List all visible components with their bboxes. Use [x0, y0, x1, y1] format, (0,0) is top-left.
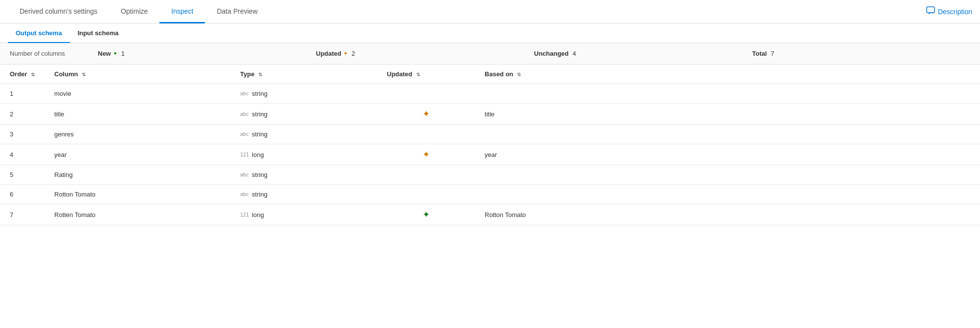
tab-inspect[interactable]: Inspect [159, 0, 205, 23]
order-sort-icon: ⇅ [31, 72, 35, 77]
table-row: 3genresabcstring [0, 125, 980, 144]
type-badge-icon: 121 [240, 212, 249, 218]
cell-type-4: abcstring [230, 165, 377, 185]
summary-bar: Number of columns New✦ 1 Updated✦ 2 Unch… [0, 43, 980, 65]
cell-column-4: Rating [45, 165, 230, 185]
type-badge-icon: abc [240, 192, 249, 197]
type-text: string [252, 171, 267, 178]
type-badge-icon: abc [240, 131, 249, 137]
type-text: string [252, 191, 267, 198]
type-badge-icon: abc [240, 172, 249, 177]
type-badge-icon: abc [240, 111, 249, 117]
cell-based-on-4 [475, 165, 980, 185]
cell-type-3: 121long [230, 144, 377, 165]
type-text: string [252, 90, 267, 97]
cell-based-on-3: year [475, 144, 980, 165]
updated-green-star-icon: ✦ [423, 210, 430, 219]
tab-data-preview[interactable]: Data Preview [205, 0, 269, 23]
col-header-order[interactable]: Order ⇅ [0, 65, 45, 84]
type-text: string [252, 110, 267, 118]
tab-derived-column-settings[interactable]: Derived column's settings [8, 0, 109, 23]
table-row: 6Rotton Tomatoabcstring [0, 185, 980, 204]
cell-type-2: abcstring [230, 125, 377, 144]
cell-type-6: 121long [230, 204, 377, 225]
stat-unchanged: Unchanged 4 [534, 50, 752, 57]
cell-order-6: 7 [0, 204, 45, 225]
subtab-input-schema[interactable]: Input schema [70, 24, 127, 43]
cell-updated-3: ✦ [377, 144, 475, 165]
schema-table: Order ⇅ Column ⇅ Type ⇅ Updated ⇅ [0, 65, 980, 225]
cell-column-1: title [45, 104, 230, 125]
cell-order-4: 5 [0, 165, 45, 185]
table-header-row: Order ⇅ Column ⇅ Type ⇅ Updated ⇅ [0, 65, 980, 84]
type-text: long [252, 151, 264, 158]
stat-total: Total 7 [752, 50, 970, 57]
cell-order-1: 2 [0, 104, 45, 125]
cell-column-2: genres [45, 125, 230, 144]
cell-order-0: 1 [0, 84, 45, 104]
table-row: 7Rotten Tomato121long✦Rotton Tomato [0, 204, 980, 225]
table-row: 1movieabcstring [0, 84, 980, 104]
new-star-icon: ✦ [113, 50, 117, 57]
schema-table-scroll[interactable]: Order ⇅ Column ⇅ Type ⇅ Updated ⇅ [0, 65, 980, 225]
schema-table-container: Order ⇅ Column ⇅ Type ⇅ Updated ⇅ [0, 65, 980, 225]
updated-sort-icon: ⇅ [416, 72, 420, 77]
cell-column-0: movie [45, 84, 230, 104]
cell-column-5: Rotton Tomato [45, 185, 230, 204]
cell-type-5: abcstring [230, 185, 377, 204]
type-text: string [252, 131, 267, 138]
cell-column-3: year [45, 144, 230, 165]
type-badge-icon: 121 [240, 152, 249, 157]
updated-orange-star-icon: ✦ [423, 109, 430, 119]
based-on-sort-icon: ⇅ [517, 72, 521, 77]
cell-column-6: Rotten Tomato [45, 204, 230, 225]
cell-updated-2 [377, 125, 475, 144]
cell-updated-0 [377, 84, 475, 104]
cell-based-on-2 [475, 125, 980, 144]
type-sort-icon: ⇅ [258, 72, 262, 77]
cell-order-3: 4 [0, 144, 45, 165]
col-header-column[interactable]: Column ⇅ [45, 65, 230, 84]
cell-type-1: abcstring [230, 104, 377, 125]
tab-optimize[interactable]: Optimize [109, 0, 159, 23]
cell-updated-1: ✦ [377, 104, 475, 125]
updated-orange-star-icon: ✦ [423, 150, 430, 159]
summary-label: Number of columns [10, 50, 98, 57]
cell-based-on-5 [475, 185, 980, 204]
table-row: 5Ratingabcstring [0, 165, 980, 185]
cell-order-5: 6 [0, 185, 45, 204]
subtab-output-schema[interactable]: Output schema [8, 24, 70, 43]
col-header-type[interactable]: Type ⇅ [230, 65, 377, 84]
cell-based-on-0 [475, 84, 980, 104]
col-header-updated[interactable]: Updated ⇅ [377, 65, 475, 84]
cell-based-on-6: Rotton Tomato [475, 204, 980, 225]
table-row: 2titleabcstring✦title [0, 104, 980, 125]
type-text: long [252, 211, 264, 219]
tab-bar: Derived column's settings Optimize Inspe… [0, 0, 980, 23]
cell-updated-6: ✦ [377, 204, 475, 225]
col-header-based-on[interactable]: Based on ⇅ [475, 65, 980, 84]
svg-rect-0 [927, 7, 935, 13]
stat-new: New✦ 1 [98, 50, 316, 57]
updated-star-icon: ✦ [343, 50, 348, 57]
cell-based-on-1: title [475, 104, 980, 125]
cell-updated-5 [377, 185, 475, 204]
cell-order-2: 3 [0, 125, 45, 144]
description-icon [926, 6, 935, 17]
description-button[interactable]: Description [926, 6, 972, 17]
subtab-bar: Output schema Input schema [0, 23, 980, 43]
column-sort-icon: ⇅ [82, 72, 86, 77]
cell-type-0: abcstring [230, 84, 377, 104]
stat-updated: Updated✦ 2 [316, 50, 534, 57]
cell-updated-4 [377, 165, 475, 185]
type-badge-icon: abc [240, 91, 249, 96]
table-row: 4year121long✦year [0, 144, 980, 165]
